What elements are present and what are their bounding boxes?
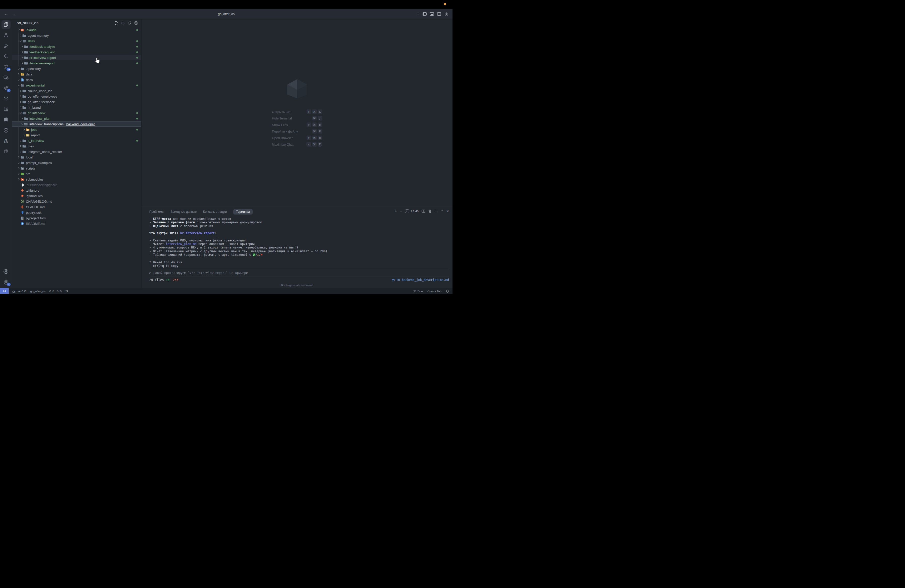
settings-gear-icon[interactable] bbox=[445, 12, 448, 16]
remote-indicator[interactable]: >< bbox=[0, 288, 9, 294]
tree-item-docs[interactable]: docs bbox=[12, 77, 141, 83]
toggle-bottom-panel-button[interactable] bbox=[430, 12, 434, 16]
tree-item-prompt-examples[interactable]: prompt_examples bbox=[12, 160, 141, 165]
tree-item-hr-brand[interactable]: hr_brand bbox=[12, 105, 141, 110]
tree-item-data[interactable]: data bbox=[12, 72, 141, 77]
panel-tab-проблемы[interactable]: Проблемы bbox=[149, 209, 164, 215]
file-copies-icon[interactable] bbox=[1, 146, 11, 157]
refresh-icon[interactable] bbox=[127, 21, 131, 25]
close-panel-icon[interactable]: ✕ bbox=[446, 209, 449, 213]
tree-item-claude-md[interactable]: CLAUDE.md bbox=[12, 204, 141, 210]
tree-item-interview-plan[interactable]: interview_plan bbox=[12, 116, 141, 121]
tree-item-submodules[interactable]: submodules bbox=[12, 176, 141, 182]
explorer-icon[interactable] bbox=[1, 19, 11, 30]
tree-item-it-interview[interactable]: it_interview bbox=[12, 138, 141, 143]
terminal-link[interactable]: hr-interview-report bbox=[180, 231, 215, 235]
tree-item-readme-md[interactable]: README.md bbox=[12, 221, 141, 226]
chevron-right-icon[interactable] bbox=[19, 150, 22, 153]
tree-item-report[interactable]: report bbox=[12, 132, 141, 138]
tree-item--cursorindexingignore[interactable]: .cursorindexingignore bbox=[12, 182, 141, 188]
chevron-right-icon[interactable] bbox=[19, 95, 22, 98]
tree-item-hr-interview-report[interactable]: hr-interview-report bbox=[12, 55, 141, 60]
panel-tab-консоль-отладки[interactable]: Консоль отладки bbox=[203, 209, 227, 215]
tree-item-go-offer-feedback[interactable]: go_offer_feedback bbox=[12, 99, 141, 105]
snippets-icon[interactable] bbox=[1, 104, 11, 114]
history-forward-button[interactable]: → bbox=[12, 12, 16, 16]
tree-item-changelog-md[interactable]: CHANGELOG.md bbox=[12, 199, 141, 204]
chevron-right-icon[interactable] bbox=[17, 78, 21, 81]
chevron-down-icon[interactable] bbox=[17, 29, 21, 31]
tree-item-agent-memory[interactable]: agent-memory bbox=[12, 33, 141, 38]
tree-item-okrs[interactable]: okrs bbox=[12, 143, 141, 149]
remote-explorer-icon[interactable] bbox=[1, 72, 11, 83]
tree-item-claude-code-lab[interactable]: claude_code_lab bbox=[12, 88, 141, 94]
tree-item-feedback-request[interactable]: feedback-request bbox=[12, 49, 141, 55]
panel-tab-выходные-данные[interactable]: Выходные данные bbox=[171, 209, 197, 215]
accounts-icon[interactable] bbox=[1, 266, 11, 277]
chevron-right-icon[interactable] bbox=[19, 145, 22, 147]
new-file-icon[interactable] bbox=[114, 21, 118, 25]
duo-item[interactable]: Duo bbox=[413, 289, 423, 293]
run-debug-icon[interactable] bbox=[1, 40, 11, 51]
tree-item-go-offer-employees[interactable]: go_offer_employees bbox=[12, 94, 141, 99]
new-terminal-button[interactable]: + bbox=[394, 209, 397, 213]
tree-item-src[interactable]: src bbox=[12, 171, 141, 176]
chevron-right-icon[interactable] bbox=[19, 139, 22, 142]
collapse-all-icon[interactable] bbox=[134, 21, 138, 25]
chevron-right-icon[interactable] bbox=[21, 62, 24, 64]
chevron-right-icon[interactable] bbox=[17, 73, 21, 75]
chevron-right-icon[interactable] bbox=[19, 106, 22, 109]
chevron-right-icon[interactable] bbox=[17, 178, 21, 181]
tree-item-telegram-chats-reester[interactable]: telegram_chats_reester bbox=[12, 149, 141, 154]
chevron-right-icon[interactable] bbox=[21, 56, 24, 59]
tree-item--gitignore[interactable]: .gitignore bbox=[12, 188, 141, 193]
testing-icon[interactable] bbox=[1, 30, 11, 40]
tree-item--specstory[interactable]: .specstory bbox=[12, 66, 141, 72]
chevron-down-icon[interactable] bbox=[19, 112, 22, 114]
chevron-right-icon[interactable] bbox=[19, 100, 22, 103]
split-terminal-icon[interactable] bbox=[422, 210, 425, 213]
github-icon[interactable] bbox=[1, 125, 11, 135]
more-actions-icon[interactable]: ⋯ bbox=[434, 209, 438, 213]
tree-item--claude[interactable]: .claude bbox=[12, 27, 141, 33]
tree-item-experimental[interactable]: experimental bbox=[12, 83, 141, 88]
tree-item-hr-interview[interactable]: hr_interview bbox=[12, 110, 141, 116]
chevron-right-icon[interactable] bbox=[19, 34, 22, 37]
chevron-down-icon[interactable] bbox=[19, 40, 22, 42]
kill-terminal-icon[interactable] bbox=[428, 210, 431, 213]
terminal-link[interactable]: interview_plan.md bbox=[166, 242, 197, 246]
cursor-tab-item[interactable]: Cursor Tab bbox=[427, 290, 441, 293]
tree-item-feedback-analyze[interactable]: feedback-analyze bbox=[12, 44, 141, 49]
chevron-right-icon[interactable] bbox=[17, 67, 21, 70]
chevron-down-icon[interactable] bbox=[21, 123, 24, 125]
terminal-prompt[interactable]: > Давай протестируем `/hr-interview-repo… bbox=[149, 269, 449, 277]
chevron-right-icon[interactable] bbox=[21, 117, 24, 120]
chevron-right-icon[interactable] bbox=[21, 51, 24, 53]
source-control-icon[interactable]: 20 bbox=[1, 62, 11, 72]
problems-item[interactable]: ⊘0 ⚠0 bbox=[49, 289, 62, 293]
extensions-icon[interactable]: 1 bbox=[1, 83, 11, 93]
chevron-right-icon[interactable] bbox=[17, 173, 21, 175]
toggle-right-panel-button[interactable] bbox=[437, 12, 441, 16]
notifications-bell-icon[interactable] bbox=[446, 289, 449, 293]
docs-library-icon[interactable] bbox=[1, 114, 11, 125]
tree-item-poetry-lock[interactable]: poetry.lock bbox=[12, 210, 141, 215]
history-item[interactable]: ⟲ bbox=[65, 289, 68, 293]
maximize-panel-icon[interactable]: ⌃ bbox=[441, 210, 443, 213]
tree-item-interview-transcriptions[interactable]: interview_transcriptions / backend_devel… bbox=[12, 121, 141, 127]
r-tool-icon[interactable]: ℞ bbox=[1, 135, 11, 146]
new-folder-icon[interactable] bbox=[121, 21, 125, 25]
chevron-right-icon[interactable] bbox=[21, 45, 24, 48]
chevron-right-icon[interactable] bbox=[17, 162, 21, 164]
tree-item-pyproject-toml[interactable]: pyproject.toml bbox=[12, 215, 141, 221]
tree-item--gitmodules[interactable]: .gitmodules bbox=[12, 193, 141, 199]
context-file-link[interactable]: In backend_job_description.md bbox=[392, 278, 449, 282]
terminal-version[interactable]: >_2.1.45 bbox=[405, 210, 419, 213]
project-name-item[interactable]: go_offer_os bbox=[30, 290, 46, 293]
new-tab-button[interactable]: + bbox=[417, 11, 419, 17]
chevron-right-icon[interactable] bbox=[19, 89, 22, 92]
tree-item-scripts[interactable]: scripts bbox=[12, 165, 141, 171]
tree-item-it-interview-report[interactable]: it-interview-report bbox=[12, 60, 141, 66]
history-back-button[interactable]: ← bbox=[5, 12, 8, 16]
toggle-left-panel-button[interactable] bbox=[422, 12, 427, 16]
